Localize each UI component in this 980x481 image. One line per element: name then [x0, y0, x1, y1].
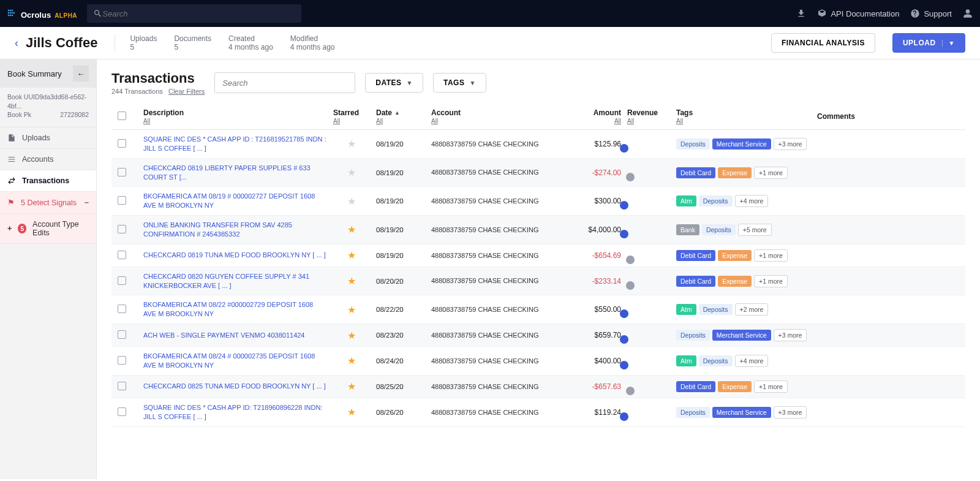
select-all-checkbox[interactable]: [118, 112, 126, 120]
col-tags[interactable]: TagsAll: [676, 108, 811, 124]
row-checkbox[interactable]: [118, 225, 126, 233]
tag-more[interactable]: +3 more: [774, 329, 807, 341]
upload-button[interactable]: UPLOAD ▼: [892, 33, 965, 53]
meta-label: Uploads: [130, 34, 157, 43]
sidebar-item-type-edits[interactable]: + 5 Account Type Edits: [0, 214, 96, 244]
col-amount[interactable]: AmountAll: [566, 108, 621, 124]
transaction-description-link[interactable]: ONLINE BANKING TRANSFER FROM SAV 4285 CO…: [143, 221, 327, 239]
tag-more[interactable]: +1 more: [754, 381, 788, 393]
star-toggle[interactable]: ★: [333, 224, 370, 235]
global-search[interactable]: [87, 4, 301, 23]
tag-expense[interactable]: Expense: [718, 381, 752, 392]
tag-more[interactable]: +4 more: [735, 355, 769, 367]
star-toggle[interactable]: ★: [333, 195, 370, 207]
transaction-description-link[interactable]: CHECKCARD 0819 TUNA MED FOOD BROOKLYN NY…: [143, 251, 327, 260]
col-description[interactable]: DescriptionAll: [143, 108, 327, 124]
row-checkbox[interactable]: [118, 356, 126, 365]
tag-deposits[interactable]: Deposits: [676, 407, 710, 418]
tag-bank[interactable]: Bank: [676, 224, 699, 235]
tag-deposits[interactable]: Deposits: [676, 330, 710, 341]
tag-deposits[interactable]: Deposits: [699, 355, 733, 366]
transaction-account: 488083738759 CHASE CHECKING: [431, 251, 560, 260]
transaction-description-link[interactable]: BKOFAMERICA ATM 08/24 # 000002735 DEPOSI…: [143, 352, 327, 370]
col-comments[interactable]: Comments: [817, 112, 884, 121]
row-checkbox[interactable]: [118, 251, 126, 259]
api-docs-link[interactable]: API Documentation: [817, 9, 899, 18]
tag-deposits[interactable]: Deposits: [699, 195, 733, 206]
clear-filters-link[interactable]: Clear Filters: [168, 88, 205, 95]
tag-more[interactable]: +3 more: [774, 138, 807, 150]
tag-debit[interactable]: Debit Card: [676, 381, 715, 392]
tag-atm[interactable]: Atm: [676, 304, 696, 315]
tag-merchant[interactable]: Merchant Service: [712, 330, 771, 341]
star-toggle[interactable]: ★: [333, 330, 370, 341]
transaction-description-link[interactable]: CHECKCARD 0819 LIBERTY PAPER SUPPLIES # …: [143, 164, 327, 182]
tag-atm[interactable]: Atm: [676, 355, 696, 366]
transaction-date: 08/19/20: [376, 140, 425, 148]
row-checkbox[interactable]: [118, 168, 126, 176]
row-checkbox[interactable]: [118, 407, 126, 416]
tag-atm[interactable]: Atm: [676, 195, 696, 206]
col-date[interactable]: DateAll▲: [376, 108, 425, 124]
sidebar-item-detect-signals[interactable]: ⚑ 5 Detect Signals −: [0, 192, 96, 214]
row-checkbox[interactable]: [118, 305, 126, 313]
col-starred[interactable]: StarredAll: [333, 108, 370, 124]
tag-deposits[interactable]: Deposits: [699, 304, 733, 315]
sidebar-item-transactions[interactable]: Transactions: [0, 170, 96, 192]
star-toggle[interactable]: ★: [333, 275, 370, 287]
row-checkbox[interactable]: [118, 276, 126, 285]
dates-filter-button[interactable]: DATES ▼: [365, 73, 423, 93]
tag-more[interactable]: +2 more: [735, 303, 769, 316]
tag-more[interactable]: +1 more: [754, 167, 788, 179]
star-toggle[interactable]: ★: [333, 381, 370, 392]
tag-deposits[interactable]: Deposits: [702, 224, 736, 235]
transaction-description-link[interactable]: BKOFAMERICA ATM 08/22 #000002729 DEPOSIT…: [143, 300, 327, 319]
col-account[interactable]: AccountAll: [431, 108, 560, 124]
collapse-sidebar-button[interactable]: ←: [73, 66, 89, 81]
sidebar-summary[interactable]: Book Summary ←: [0, 59, 96, 88]
financial-analysis-button[interactable]: FINANCIAL ANALYSIS: [771, 33, 875, 53]
transaction-description-link[interactable]: CHECKCARD 0820 NGUYEN COFFEE SUPPLY # 34…: [143, 272, 327, 290]
tag-more[interactable]: +1 more: [754, 249, 788, 262]
tag-debit[interactable]: Debit Card: [676, 276, 715, 287]
tag-merchant[interactable]: Merchant Service: [712, 138, 771, 150]
user-icon[interactable]: [963, 9, 973, 18]
sidebar-item-uploads[interactable]: Uploads: [0, 127, 96, 149]
transaction-description-link[interactable]: SQUARE INC DES * CASH APP ID: T218960896…: [143, 403, 327, 422]
tag-more[interactable]: +1 more: [754, 275, 788, 287]
star-toggle[interactable]: ★: [333, 304, 370, 316]
support-link[interactable]: Support: [910, 9, 952, 18]
transaction-description-link[interactable]: SQUARE INC DES * CASH APP ID : T21681952…: [143, 135, 327, 153]
transaction-description-link[interactable]: BKOFAMERICA ATM 08/19 # 000002727 DEPOSI…: [143, 192, 327, 210]
transaction-description-link[interactable]: ACH WEB - SINGLE PAYMENT VENMO 403801142…: [143, 331, 327, 340]
transaction-search-input[interactable]: [214, 72, 355, 93]
global-search-input[interactable]: [102, 9, 295, 18]
tag-more[interactable]: +5 more: [738, 224, 772, 236]
star-toggle[interactable]: ★: [333, 355, 370, 366]
tag-expense[interactable]: Expense: [718, 167, 752, 178]
tag-debit[interactable]: Debit Card: [676, 167, 715, 178]
star-toggle[interactable]: ★: [333, 138, 370, 150]
col-revenue[interactable]: RevenueAll: [627, 108, 670, 124]
star-toggle[interactable]: ★: [333, 167, 370, 178]
tag-merchant[interactable]: Merchant Service: [712, 407, 771, 418]
tag-more[interactable]: +3 more: [774, 406, 807, 419]
back-button[interactable]: ‹: [15, 37, 20, 50]
row-checkbox[interactable]: [118, 330, 126, 339]
star-toggle[interactable]: ★: [333, 406, 370, 418]
tag-more[interactable]: +4 more: [735, 195, 769, 207]
tag-expense[interactable]: Expense: [718, 250, 752, 261]
row-checkbox[interactable]: [118, 382, 126, 390]
row-checkbox[interactable]: [118, 196, 126, 205]
star-toggle[interactable]: ★: [333, 249, 370, 261]
tag-deposits[interactable]: Deposits: [676, 138, 710, 150]
download-icon[interactable]: [796, 9, 806, 18]
tag-debit[interactable]: Debit Card: [676, 250, 715, 261]
row-checkbox[interactable]: [118, 139, 126, 148]
transaction-description-link[interactable]: CHECKCARD 0825 TUNA MED FOOD BROOKLYN NY…: [143, 382, 327, 391]
logo[interactable]: Ocrolus ALPHA: [7, 8, 77, 20]
tag-expense[interactable]: Expense: [718, 276, 752, 287]
tags-filter-button[interactable]: TAGS ▼: [433, 73, 486, 93]
transaction-account: 488083738759 CHASE CHECKING: [431, 140, 560, 148]
sidebar-item-accounts[interactable]: Accounts: [0, 149, 96, 170]
